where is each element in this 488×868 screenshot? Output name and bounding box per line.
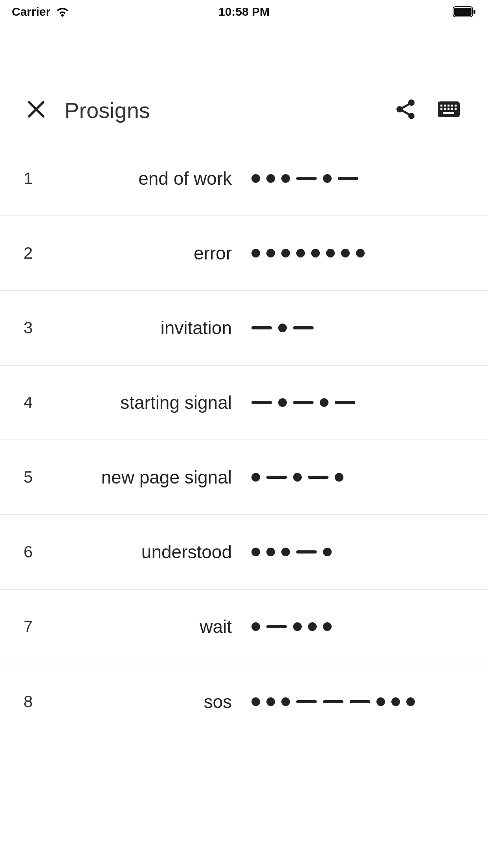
morse-dot-icon (281, 249, 290, 257)
svg-rect-19 (451, 108, 453, 110)
list-item[interactable]: 8sos (0, 664, 488, 739)
share-icon (395, 99, 416, 121)
prosign-list: 1end of work2error3invitation4starting s… (0, 142, 488, 739)
close-icon (27, 100, 46, 120)
list-item[interactable]: 5new page signal (0, 440, 488, 515)
row-number: 4 (24, 393, 51, 412)
morse-dot-icon (266, 174, 275, 183)
morse-dot-icon (251, 622, 260, 631)
row-morse (248, 324, 472, 332)
svg-rect-1 (454, 8, 471, 16)
page-title: Prosigns (64, 97, 150, 123)
morse-dash-icon (296, 700, 317, 703)
morse-dot-icon (311, 249, 320, 257)
row-label: understood (51, 541, 248, 563)
morse-dash-icon (296, 177, 317, 180)
row-label: wait (51, 616, 248, 637)
row-morse (248, 249, 472, 257)
row-number: 1 (24, 169, 51, 188)
list-item[interactable]: 7wait (0, 590, 488, 664)
svg-line-8 (402, 104, 409, 108)
morse-dot-icon (278, 324, 287, 332)
svg-rect-2 (473, 10, 475, 14)
morse-dot-icon (356, 249, 365, 257)
list-item[interactable]: 4starting signal (0, 366, 488, 440)
morse-dot-icon (308, 622, 317, 631)
row-label: error (51, 243, 248, 264)
row-morse (248, 548, 472, 556)
row-label: invitation (51, 317, 248, 338)
row-morse (248, 473, 472, 482)
list-item[interactable]: 3invitation (0, 291, 488, 366)
svg-rect-16 (440, 108, 442, 110)
svg-rect-15 (455, 105, 457, 107)
morse-dash-icon (335, 401, 355, 404)
row-label: sos (51, 691, 248, 712)
carrier-label: Carrier (12, 5, 50, 18)
morse-dot-icon (323, 548, 332, 556)
morse-dash-icon (308, 476, 328, 479)
svg-rect-11 (440, 105, 442, 107)
row-number: 3 (24, 318, 51, 337)
svg-line-9 (402, 110, 409, 114)
morse-dash-icon (251, 326, 272, 329)
share-button[interactable] (390, 94, 421, 126)
morse-dot-icon (391, 697, 400, 706)
morse-dash-icon (266, 625, 287, 628)
keyboard-button[interactable] (433, 94, 464, 126)
morse-dot-icon (320, 398, 328, 407)
morse-dot-icon (406, 697, 415, 706)
row-morse (248, 174, 472, 183)
morse-dot-icon (251, 174, 260, 183)
morse-dash-icon (293, 401, 314, 404)
row-label: end of work (51, 168, 248, 189)
svg-rect-18 (448, 108, 449, 110)
header: Prosigns (0, 94, 488, 142)
close-button[interactable] (24, 97, 49, 123)
morse-dot-icon (251, 548, 260, 556)
morse-dash-icon (293, 326, 314, 329)
morse-dot-icon (341, 249, 350, 257)
morse-dot-icon (281, 174, 290, 183)
svg-rect-14 (451, 105, 453, 107)
svg-rect-20 (455, 108, 457, 110)
row-morse (248, 622, 472, 631)
morse-dash-icon (296, 550, 317, 554)
wifi-icon (56, 7, 69, 17)
morse-dot-icon (281, 697, 290, 706)
morse-dot-icon (326, 249, 335, 257)
row-number: 8 (24, 692, 51, 711)
svg-rect-21 (443, 112, 454, 114)
row-morse (248, 398, 472, 407)
list-item[interactable]: 1end of work (0, 142, 488, 216)
morse-dot-icon (251, 249, 260, 257)
morse-dash-icon (323, 700, 343, 703)
row-number: 6 (24, 542, 51, 561)
row-label: new page signal (51, 467, 248, 488)
morse-dot-icon (335, 473, 343, 482)
row-label: starting signal (51, 392, 248, 413)
battery-icon (453, 6, 476, 17)
morse-dot-icon (293, 622, 302, 631)
row-number: 7 (24, 617, 51, 636)
morse-dot-icon (266, 548, 275, 556)
status-right (453, 6, 476, 17)
svg-rect-17 (444, 108, 446, 110)
morse-dot-icon (323, 622, 332, 631)
status-bar: Carrier 10:58 PM (0, 0, 488, 24)
morse-dot-icon (278, 398, 287, 407)
morse-dash-icon (251, 401, 272, 404)
svg-rect-12 (444, 105, 446, 107)
morse-dot-icon (266, 249, 275, 257)
status-left: Carrier (12, 5, 69, 18)
keyboard-icon (437, 101, 460, 119)
morse-dot-icon (251, 473, 260, 482)
row-number: 5 (24, 468, 51, 487)
list-item[interactable]: 6understood (0, 515, 488, 590)
status-time: 10:58 PM (0, 5, 488, 18)
morse-dash-icon (266, 476, 287, 479)
morse-dot-icon (251, 697, 260, 706)
morse-dot-icon (293, 473, 302, 482)
list-item[interactable]: 2error (0, 216, 488, 291)
morse-dot-icon (266, 697, 275, 706)
